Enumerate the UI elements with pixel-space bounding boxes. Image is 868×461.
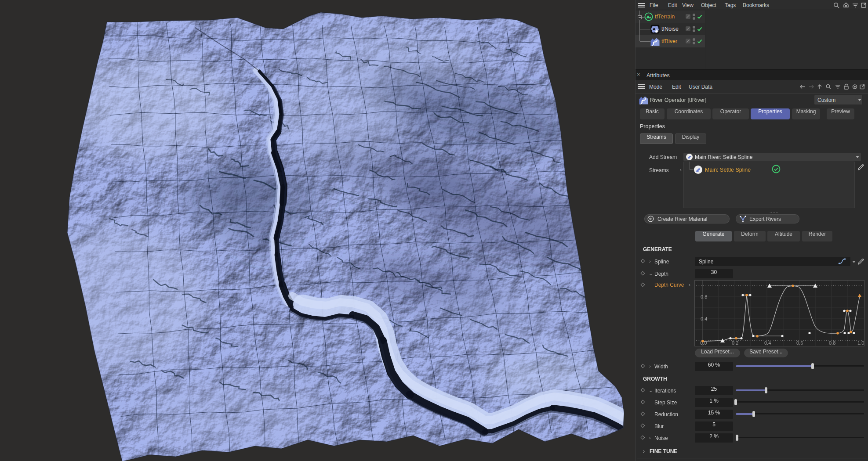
svg-text:0.4: 0.4 bbox=[764, 340, 771, 346]
svg-text:0.8: 0.8 bbox=[829, 340, 835, 346]
svg-text:0.6: 0.6 bbox=[796, 340, 803, 346]
svg-text:0.2: 0.2 bbox=[732, 340, 738, 346]
svg-text:0.8: 0.8 bbox=[701, 294, 707, 299]
svg-text:1.0: 1.0 bbox=[857, 340, 864, 346]
svg-text:0.4: 0.4 bbox=[701, 316, 707, 321]
